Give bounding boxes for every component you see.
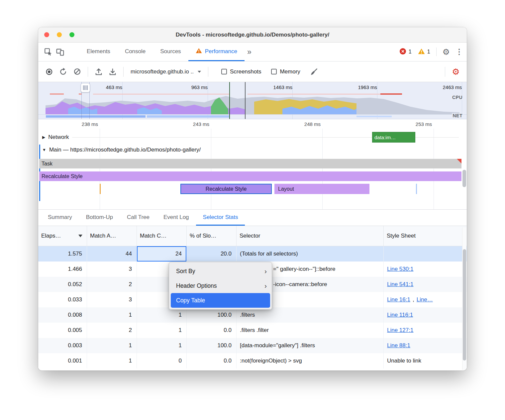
cell-style-sheet[interactable]: Line 116:1 [384, 307, 467, 323]
tab-event-log[interactable]: Event Log [156, 210, 196, 226]
cell-pct-slow[interactable]: 20.0 [187, 246, 237, 262]
customize-menu-icon[interactable]: ⋮ [455, 48, 463, 56]
recalculate-style-bar[interactable]: Recalculate Style [39, 171, 461, 181]
column-header-style-sheet[interactable]: Style Sheet [384, 226, 467, 246]
cell-elapsed[interactable]: 1.575 [38, 246, 87, 262]
flame-chart[interactable]: 238 ms 243 ms 248 ms 253 ms ▶ Network da… [38, 119, 467, 210]
cell-match-attempts[interactable]: 3 [87, 262, 137, 277]
selection-window-handle[interactable] [81, 83, 90, 92]
tab-call-tree[interactable]: Call Tree [120, 210, 156, 226]
cell-match-count-focused[interactable]: 24 [137, 246, 187, 262]
event-tick-orange[interactable] [100, 184, 101, 194]
cell-elapsed[interactable]: 0.008 [38, 307, 87, 323]
cell-match-count[interactable]: 1 [137, 323, 187, 338]
tab-console[interactable]: Console [118, 43, 153, 61]
cell-match-attempts[interactable]: 1 [87, 307, 137, 323]
menu-item-copy-table[interactable]: Copy Table [171, 293, 270, 308]
reload-and-record-icon[interactable] [57, 65, 69, 78]
tab-bottom-up[interactable]: Bottom-Up [79, 210, 120, 226]
download-profile-icon[interactable] [106, 65, 119, 78]
style-sheet-link[interactable]: Line 530:1 [387, 266, 413, 272]
style-sheet-link[interactable]: Line 541:1 [387, 281, 413, 288]
cell-elapsed[interactable]: 0.052 [38, 277, 87, 292]
column-header-match-count[interactable]: Match C… [137, 226, 187, 246]
menu-item-header-options[interactable]: Header Options › [171, 278, 270, 293]
cell-elapsed[interactable]: 0.003 [38, 338, 87, 353]
task-event-bar[interactable]: Task [39, 159, 461, 168]
cell-elapsed[interactable]: 1.466 [38, 262, 87, 277]
tab-sources[interactable]: Sources [153, 43, 188, 61]
collapse-arrow-icon[interactable]: ▶ [42, 135, 45, 140]
cell-pct-slow[interactable]: 0.0 [187, 323, 237, 338]
cell-match-attempts[interactable]: 1 [87, 338, 137, 353]
memory-checkbox[interactable] [271, 69, 277, 74]
more-tabs-icon[interactable]: » [247, 48, 252, 56]
cell-match-attempts[interactable]: 2 [87, 323, 137, 338]
screenshots-checkbox[interactable] [221, 69, 227, 74]
cell-style-sheet[interactable]: Line 530:1 [384, 262, 467, 277]
cell-style-sheet[interactable]: Line 88:1 [384, 338, 467, 353]
column-header-elapsed[interactable]: Elaps… [38, 226, 87, 246]
cell-elapsed[interactable]: 0.005 [38, 323, 87, 338]
cell-pct-slow[interactable]: 0.0 [187, 353, 237, 368]
tab-summary[interactable]: Summary [41, 210, 79, 226]
cell-selector[interactable]: (Totals for all selectors) [237, 246, 384, 262]
inspect-element-icon[interactable] [42, 46, 54, 58]
style-sheet-link[interactable]: Line 88:1 [387, 342, 410, 349]
cell-elapsed[interactable]: 0.033 [38, 292, 87, 307]
error-badge-icon[interactable] [399, 48, 406, 56]
layout-block[interactable]: Layout [274, 184, 369, 194]
cell-match-count[interactable]: 1 [137, 338, 187, 353]
clear-recording-icon[interactable] [71, 65, 83, 78]
cell-match-count[interactable]: 0 [137, 353, 187, 368]
cell-match-attempts[interactable]: 44 [87, 246, 137, 262]
device-toolbar-icon[interactable] [54, 46, 66, 58]
cell-style-sheet[interactable]: Line 541:1 [384, 277, 467, 292]
table-row[interactable]: 0.003 1 1 100.0 [data-module="gallery"] … [38, 338, 467, 353]
event-tick-blue[interactable] [416, 184, 417, 194]
collect-garbage-icon[interactable] [308, 65, 320, 78]
record-icon[interactable] [43, 65, 55, 78]
cell-match-attempts[interactable]: 2 [87, 277, 137, 292]
cell-match-attempts[interactable]: 3 [87, 292, 137, 307]
cell-style-sheet[interactable] [384, 246, 467, 262]
network-request-block[interactable]: data:im… [372, 132, 415, 143]
flame-scrollbar-thumb[interactable] [462, 170, 466, 187]
table-row[interactable]: 1.575 44 24 20.0 (Totals for all selecto… [38, 246, 467, 262]
cell-style-sheet[interactable]: Line 127:1 [384, 323, 467, 338]
settings-gear-icon[interactable]: ⚙ [443, 48, 450, 56]
style-sheet-link[interactable]: Line 16:1 [387, 296, 410, 303]
cell-selector[interactable]: [data-module="gallery"] .filters [237, 338, 384, 353]
table-row[interactable]: 0.001 1 0 0.0 :not(foreignObject) > svg … [38, 353, 467, 368]
cell-style-sheet[interactable]: Line 16:1 , Line… [384, 292, 467, 307]
capture-settings-gear-icon[interactable]: ⚙ [450, 65, 462, 78]
zoom-window-button[interactable] [69, 32, 74, 37]
warning-badge-icon[interactable] [418, 48, 425, 56]
expand-arrow-icon[interactable]: ▼ [42, 148, 46, 152]
tab-elements[interactable]: Elements [79, 43, 118, 61]
minimize-window-button[interactable] [57, 32, 62, 37]
main-track-header[interactable]: ▼ Main — https://microsoftedge.github.io… [42, 147, 201, 153]
cell-pct-slow[interactable]: 100.0 [187, 338, 237, 353]
table-scrollbar-thumb[interactable] [463, 249, 466, 361]
tab-performance[interactable]: Performance [188, 43, 245, 61]
cell-match-attempts[interactable]: 1 [87, 353, 137, 368]
close-window-button[interactable] [44, 32, 49, 37]
table-row[interactable]: 0.005 2 1 0.0 .filters .filter Line 127:… [38, 323, 467, 338]
column-header-selector[interactable]: Selector [237, 226, 384, 246]
profile-select[interactable]: microsoftedge.github.io .. [131, 68, 201, 75]
style-sheet-link[interactable]: Line… [417, 296, 433, 303]
style-sheet-link[interactable]: Line 116:1 [387, 312, 413, 318]
column-header-pct-slow[interactable]: % of Slo… [187, 226, 237, 246]
recalculate-style-block-selected[interactable]: Recalculate Style [180, 184, 272, 194]
cell-selector[interactable]: :not(foreignObject) > svg [237, 353, 384, 368]
menu-item-sort-by[interactable]: Sort By › [171, 264, 270, 278]
cell-selector[interactable]: .filters .filter [237, 323, 384, 338]
style-sheet-link[interactable]: Line 127:1 [387, 327, 413, 334]
cell-elapsed[interactable]: 0.001 [38, 353, 87, 368]
upload-profile-icon[interactable] [92, 65, 105, 78]
timeline-overview[interactable]: 463 ms 963 ms 1463 ms 1963 ms 2463 ms [38, 82, 467, 119]
column-header-match-attempts[interactable]: Match A… [87, 226, 137, 246]
cell-style-sheet[interactable]: Unable to link [384, 353, 467, 368]
tab-selector-stats[interactable]: Selector Stats [196, 210, 245, 226]
